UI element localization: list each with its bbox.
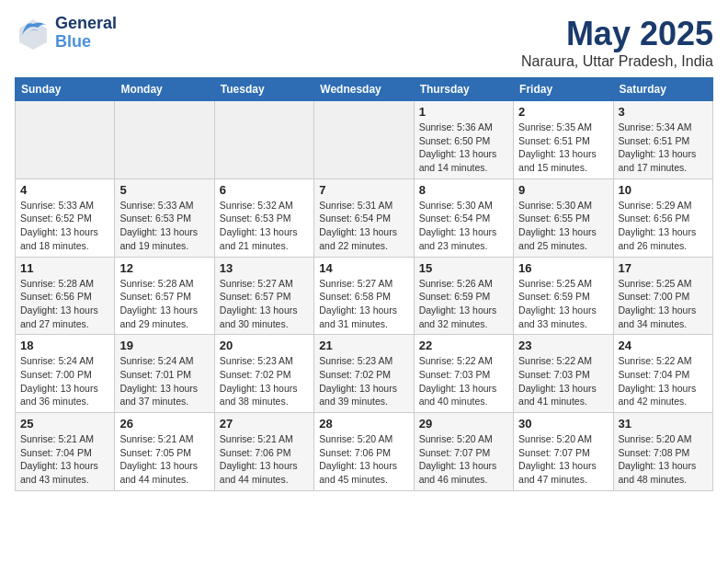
sunrise-label: Sunrise: 5:29 AM: [619, 200, 692, 211]
logo-text: General Blue: [55, 15, 117, 52]
sunrise-label: Sunrise: 5:28 AM: [20, 278, 94, 289]
sunrise-label: Sunrise: 5:28 AM: [119, 278, 193, 289]
sunset-label: Sunset: 6:54 PM: [319, 213, 391, 224]
sunset-label: Sunset: 7:04 PM: [619, 369, 690, 380]
weekday-header-sunday: Sunday: [16, 78, 115, 101]
sunrise-label: Sunrise: 5:21 AM: [20, 433, 94, 444]
sunset-label: Sunset: 6:59 PM: [518, 291, 590, 302]
day-number: 26: [119, 417, 209, 431]
sunrise-label: Sunrise: 5:22 AM: [619, 355, 692, 366]
sunrise-label: Sunrise: 5:21 AM: [220, 433, 293, 444]
day-number: 10: [619, 183, 708, 197]
calendar-week-2: 4Sunrise: 5:33 AMSunset: 6:52 PMDaylight…: [16, 178, 713, 257]
day-number: 14: [319, 261, 408, 275]
cell-info: Sunrise: 5:27 AMSunset: 6:57 PMDaylight:…: [220, 277, 309, 331]
sunset-label: Sunset: 6:50 PM: [419, 135, 491, 146]
sunset-label: Sunset: 6:59 PM: [419, 291, 491, 302]
day-number: 24: [619, 339, 708, 352]
calendar-cell: 29Sunrise: 5:20 AMSunset: 7:07 PMDayligh…: [414, 413, 513, 491]
weekday-header-wednesday: Wednesday: [314, 78, 414, 101]
daylight-label: Daylight: 13 hours and 30 minutes.: [220, 304, 298, 329]
daylight-label: Daylight: 13 hours and 38 minutes.: [220, 383, 298, 408]
sunset-label: Sunset: 6:58 PM: [319, 291, 391, 302]
day-number: 8: [419, 183, 508, 197]
sunset-label: Sunset: 6:55 PM: [518, 213, 590, 224]
cell-info: Sunrise: 5:32 AMSunset: 6:53 PMDaylight:…: [220, 199, 309, 253]
daylight-label: Daylight: 13 hours and 39 minutes.: [319, 383, 397, 408]
calendar-cell: 10Sunrise: 5:29 AMSunset: 6:56 PMDayligh…: [613, 178, 712, 257]
day-number: 9: [518, 183, 608, 197]
sunrise-label: Sunrise: 5:25 AM: [619, 278, 692, 289]
day-number: 16: [518, 261, 608, 275]
day-number: 31: [619, 417, 708, 431]
calendar-cell: 18Sunrise: 5:24 AMSunset: 7:00 PMDayligh…: [16, 335, 115, 413]
daylight-label: Daylight: 13 hours and 31 minutes.: [319, 304, 397, 329]
day-number: 2: [518, 105, 608, 119]
daylight-label: Daylight: 13 hours and 17 minutes.: [619, 148, 697, 173]
day-number: 29: [419, 417, 508, 431]
daylight-label: Daylight: 13 hours and 48 minutes.: [619, 460, 697, 485]
cell-info: Sunrise: 5:22 AMSunset: 7:03 PMDaylight:…: [419, 354, 508, 408]
sunrise-label: Sunrise: 5:23 AM: [319, 355, 392, 366]
calendar-cell: 6Sunrise: 5:32 AMSunset: 6:53 PMDaylight…: [214, 178, 313, 257]
day-number: 4: [20, 183, 109, 197]
calendar-cell: 31Sunrise: 5:20 AMSunset: 7:08 PMDayligh…: [613, 413, 712, 491]
cell-info: Sunrise: 5:30 AMSunset: 6:55 PMDaylight:…: [518, 199, 608, 253]
daylight-label: Daylight: 13 hours and 40 minutes.: [419, 383, 497, 408]
daylight-label: Daylight: 13 hours and 34 minutes.: [619, 304, 697, 329]
cell-info: Sunrise: 5:22 AMSunset: 7:04 PMDaylight:…: [619, 354, 708, 408]
sunrise-label: Sunrise: 5:24 AM: [119, 355, 193, 366]
daylight-label: Daylight: 13 hours and 21 minutes.: [220, 226, 298, 251]
calendar-cell: 21Sunrise: 5:23 AMSunset: 7:02 PMDayligh…: [314, 335, 414, 413]
calendar-cell: 20Sunrise: 5:23 AMSunset: 7:02 PMDayligh…: [214, 335, 313, 413]
cell-info: Sunrise: 5:34 AMSunset: 6:51 PMDaylight:…: [619, 121, 708, 175]
daylight-label: Daylight: 13 hours and 46 minutes.: [419, 460, 497, 485]
daylight-label: Daylight: 13 hours and 18 minutes.: [20, 226, 98, 251]
sunset-label: Sunset: 7:00 PM: [20, 369, 92, 380]
day-number: 1: [419, 105, 508, 119]
calendar-cell: 19Sunrise: 5:24 AMSunset: 7:01 PMDayligh…: [115, 335, 214, 413]
daylight-label: Daylight: 13 hours and 37 minutes.: [119, 383, 198, 408]
calendar-week-3: 11Sunrise: 5:28 AMSunset: 6:56 PMDayligh…: [16, 257, 713, 335]
day-number: 22: [419, 339, 508, 352]
cell-info: Sunrise: 5:21 AMSunset: 7:04 PMDaylight:…: [20, 432, 109, 487]
cell-info: Sunrise: 5:31 AMSunset: 6:54 PMDaylight:…: [319, 199, 408, 253]
calendar-cell: [16, 101, 115, 179]
sunrise-label: Sunrise: 5:24 AM: [20, 355, 94, 366]
calendar-cell: 11Sunrise: 5:28 AMSunset: 6:56 PMDayligh…: [16, 257, 115, 335]
calendar-table: SundayMondayTuesdayWednesdayThursdayFrid…: [15, 77, 713, 491]
cell-info: Sunrise: 5:27 AMSunset: 6:58 PMDaylight:…: [319, 277, 408, 331]
day-number: 5: [119, 183, 209, 197]
cell-info: Sunrise: 5:33 AMSunset: 6:53 PMDaylight:…: [119, 199, 209, 253]
daylight-label: Daylight: 13 hours and 19 minutes.: [119, 226, 198, 251]
calendar-week-1: 1Sunrise: 5:36 AMSunset: 6:50 PMDaylight…: [16, 101, 713, 179]
calendar-cell: 23Sunrise: 5:22 AMSunset: 7:03 PMDayligh…: [514, 335, 613, 413]
sunset-label: Sunset: 6:53 PM: [220, 213, 291, 224]
daylight-label: Daylight: 13 hours and 27 minutes.: [20, 304, 98, 329]
weekday-header-thursday: Thursday: [414, 78, 513, 101]
cell-info: Sunrise: 5:23 AMSunset: 7:02 PMDaylight:…: [319, 354, 408, 408]
day-number: 28: [319, 417, 408, 431]
cell-info: Sunrise: 5:28 AMSunset: 6:57 PMDaylight:…: [119, 277, 209, 331]
day-number: 17: [619, 261, 708, 275]
cell-info: Sunrise: 5:20 AMSunset: 7:08 PMDaylight:…: [619, 432, 708, 487]
day-number: 15: [419, 261, 508, 275]
sunset-label: Sunset: 7:03 PM: [419, 369, 491, 380]
cell-info: Sunrise: 5:21 AMSunset: 7:05 PMDaylight:…: [119, 432, 209, 487]
sunset-label: Sunset: 6:56 PM: [619, 213, 690, 224]
sunset-label: Sunset: 6:54 PM: [419, 213, 491, 224]
day-number: 30: [518, 417, 608, 431]
calendar-cell: 9Sunrise: 5:30 AMSunset: 6:55 PMDaylight…: [514, 178, 613, 257]
sunrise-label: Sunrise: 5:20 AM: [319, 433, 392, 444]
cell-info: Sunrise: 5:26 AMSunset: 6:59 PMDaylight:…: [419, 277, 508, 331]
calendar-cell: 4Sunrise: 5:33 AMSunset: 6:52 PMDaylight…: [16, 178, 115, 257]
daylight-label: Daylight: 13 hours and 22 minutes.: [319, 226, 397, 251]
weekday-header-saturday: Saturday: [613, 78, 712, 101]
logo: General Blue: [15, 15, 117, 52]
daylight-label: Daylight: 13 hours and 14 minutes.: [419, 148, 497, 173]
sunrise-label: Sunrise: 5:20 AM: [619, 433, 692, 444]
logo-blue: Blue: [55, 33, 117, 52]
sunrise-label: Sunrise: 5:22 AM: [419, 355, 493, 366]
sunset-label: Sunset: 6:56 PM: [20, 291, 92, 302]
daylight-label: Daylight: 13 hours and 47 minutes.: [518, 460, 597, 485]
